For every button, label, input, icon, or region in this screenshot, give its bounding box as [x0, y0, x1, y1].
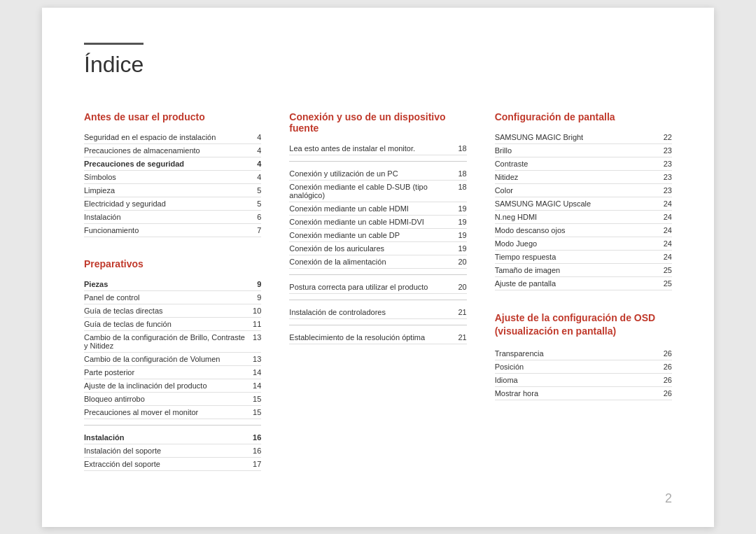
toc-item: Mostrar hora 26 [495, 387, 672, 400]
toc-item: Guía de teclas de función 11 [84, 318, 261, 331]
section-ajuste-osd: Ajuste de la configuración de OSD (visua… [495, 311, 672, 400]
toc-item: Conexión mediante el cable D-SUB (tipo a… [289, 181, 466, 202]
toc-item: Piezas 9 [84, 278, 261, 291]
toc-item: Conexión mediante un cable DP 19 [289, 229, 466, 242]
toc-item: Instalación 16 [84, 431, 261, 444]
toc-item: Precauciones de almacenamiento 4 [84, 144, 261, 157]
toc-item: Precauciones de seguridad 4 [84, 157, 261, 171]
toc-item: Instalación 6 [84, 211, 261, 224]
column-2: Conexión y uso de un dispositivo fuente … [289, 111, 466, 492]
toc-item: N.neg HDMI 24 [495, 211, 672, 224]
toc-item: Panel de control 9 [84, 291, 261, 304]
toc-item: Establecimiento de la resolución óptima … [289, 331, 466, 344]
toc-item: Conexión de los auriculares 19 [289, 242, 466, 255]
section-preparativos-title: Preparativos [84, 258, 261, 269]
column-1: Antes de usar el producto Seguridad en e… [84, 111, 261, 492]
toc-item: Idioma 26 [495, 374, 672, 387]
section-config-pantalla-title: Configuración de pantalla [495, 111, 672, 122]
toc-item: Contraste 23 [495, 157, 672, 171]
toc-item: Instalación del soporte 16 [84, 444, 261, 458]
toc-item: Ajuste de pantalla 25 [495, 277, 672, 290]
toc-item: Electricidad y seguridad 5 [84, 197, 261, 211]
toc-item: Modo descanso ojos 24 [495, 224, 672, 237]
section-preparativos: Preparativos Piezas 9 Panel de control 9… [84, 258, 261, 471]
toc-item: Parte posterior 14 [84, 366, 261, 379]
toc-item: Posición 26 [495, 360, 672, 374]
toc-item: Color 23 [495, 184, 672, 197]
section-antes-title: Antes de usar el producto [84, 111, 261, 122]
toc-columns: Antes de usar el producto Seguridad en e… [84, 111, 672, 492]
toc-item: Transparencia 26 [495, 347, 672, 360]
toc-item: Bloqueo antirrobo 15 [84, 393, 261, 406]
section-ajuste-osd-title: Ajuste de la configuración de OSD (visua… [495, 311, 672, 339]
toc-item: SAMSUNG MAGIC Upscale 24 [495, 197, 672, 211]
section-antes: Antes de usar el producto Seguridad en e… [84, 111, 261, 237]
section-conexion: Conexión y uso de un dispositivo fuente … [289, 111, 466, 344]
toc-item: Nitidez 23 [495, 171, 672, 184]
column-3: Configuración de pantalla SAMSUNG MAGIC … [495, 111, 672, 492]
section-config-pantalla: Configuración de pantalla SAMSUNG MAGIC … [495, 111, 672, 290]
toc-item: Lea esto antes de instalar el monitor. 1… [289, 142, 466, 155]
toc-item: Símbolos 4 [84, 171, 261, 184]
toc-item: Postura correcta para utilizar el produc… [289, 281, 466, 294]
toc-item: Seguridad en el espacio de instalación 4 [84, 131, 261, 144]
page-title: Índice [84, 43, 144, 83]
toc-item: Modo Juego 24 [495, 237, 672, 251]
toc-item: Ajuste de la inclinación del producto 14 [84, 379, 261, 393]
toc-item: Guía de teclas directas 10 [84, 304, 261, 318]
toc-item: Conexión de la alimentación 20 [289, 255, 466, 269]
section-conexion-title: Conexión y uso de un dispositivo fuente [289, 111, 466, 134]
toc-item: Precauciones al mover el monitor 15 [84, 406, 261, 419]
toc-item: Brillo 23 [495, 144, 672, 157]
page-number: 2 [665, 491, 672, 506]
toc-item: Tiempo respuesta 24 [495, 251, 672, 264]
toc-item: SAMSUNG MAGIC Bright 22 [495, 131, 672, 144]
toc-item: Funcionamiento 7 [84, 224, 261, 237]
toc-item: Cambio de la configuración de Brillo, Co… [84, 331, 261, 353]
toc-item: Tamaño de imagen 25 [495, 264, 672, 277]
toc-item: Extracción del soporte 17 [84, 458, 261, 471]
page: Índice Antes de usar el producto Segurid… [42, 8, 714, 527]
toc-item: Conexión mediante un cable HDMI-DVI 19 [289, 216, 466, 229]
toc-item: Cambio de la configuración de Volumen 13 [84, 353, 261, 366]
toc-item: Conexión mediante un cable HDMI 19 [289, 202, 466, 216]
toc-item: Conexión y utilización de un PC 18 [289, 167, 466, 181]
toc-item: Instalación de controladores 21 [289, 306, 466, 319]
toc-item: Limpieza 5 [84, 184, 261, 197]
